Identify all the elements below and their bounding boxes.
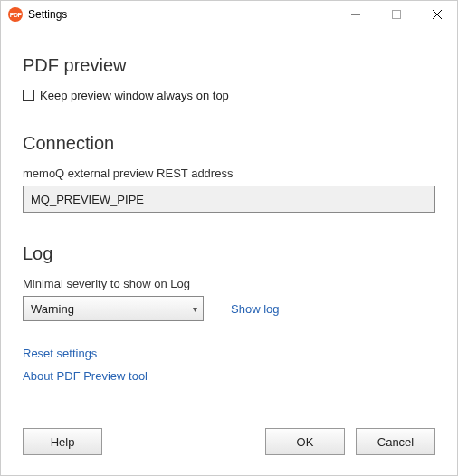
cancel-button[interactable]: Cancel: [356, 428, 435, 455]
titlebar: PDF Settings: [1, 1, 457, 28]
address-input[interactable]: [23, 186, 435, 213]
pdf-preview-heading: PDF preview: [23, 55, 435, 76]
app-icon: PDF: [8, 7, 23, 22]
svg-rect-1: [392, 11, 400, 19]
content-area: PDF preview Keep preview window always o…: [1, 28, 457, 383]
severity-value: Warning: [31, 302, 74, 316]
chevron-down-icon: ▾: [193, 304, 197, 314]
connection-heading: Connection: [23, 133, 435, 154]
keep-on-top-row[interactable]: Keep preview window always on top: [23, 89, 435, 102]
keep-on-top-label: Keep preview window always on top: [40, 89, 229, 102]
ok-button[interactable]: OK: [265, 428, 345, 455]
about-link[interactable]: About PDF Preview tool: [23, 369, 435, 383]
severity-select[interactable]: Warning ▾: [23, 296, 204, 321]
log-heading: Log: [23, 243, 435, 264]
maximize-button: [376, 1, 416, 28]
keep-on-top-checkbox[interactable]: [23, 90, 34, 101]
show-log-link[interactable]: Show log: [231, 302, 279, 316]
address-label: memoQ external preview REST address: [23, 167, 435, 180]
close-button[interactable]: [416, 1, 457, 28]
window-controls: [335, 1, 457, 28]
window-title: Settings: [28, 8, 67, 21]
footer: Help OK Cancel: [1, 428, 457, 475]
help-button[interactable]: Help: [23, 428, 102, 455]
severity-label: Minimal severity to show on Log: [23, 277, 435, 290]
reset-settings-link[interactable]: Reset settings: [23, 347, 435, 360]
minimize-button[interactable]: [335, 1, 376, 28]
